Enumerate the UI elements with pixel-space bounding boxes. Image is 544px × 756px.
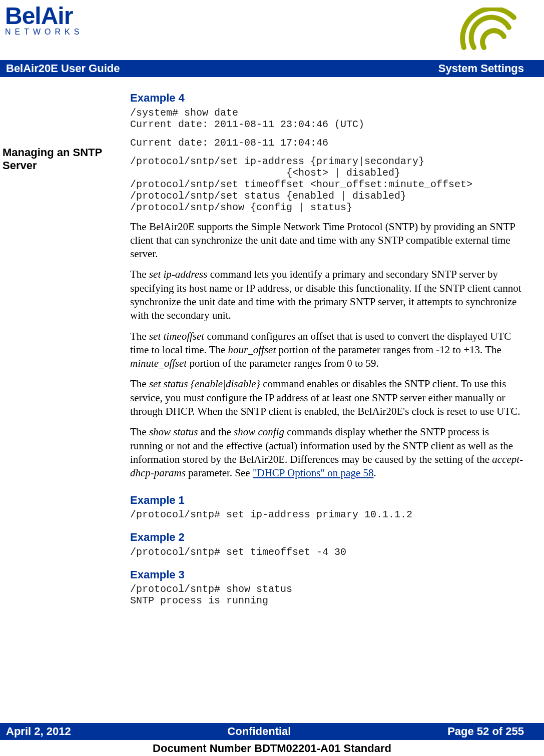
para-set-status: The set status {enable|disable} command … — [130, 377, 524, 418]
footer-page: Page 52 of 255 — [447, 725, 524, 738]
header: BelAir NETWORKS — [0, 0, 544, 53]
title-bar: BelAir20E User Guide System Settings — [0, 60, 544, 77]
example-2-heading: Example 2 — [130, 530, 524, 544]
para-show-status: The show status and the show config comm… — [130, 425, 524, 480]
left-column: Managing an SNTP Server — [0, 87, 130, 606]
arc-logo-icon — [454, 8, 524, 53]
right-column: Example 4 /system# show date Current dat… — [130, 87, 524, 606]
sntp-syntax: /protocol/sntp/set ip-address {primary|s… — [130, 156, 524, 213]
belair-logo: BelAir NETWORKS — [5, 5, 103, 50]
logo-text-top: BelAir — [5, 5, 103, 27]
footer-bar: April 2, 2012 Confidential Page 52 of 25… — [0, 723, 544, 740]
example-1-heading: Example 1 — [130, 493, 524, 507]
para-intro: The BelAir20E supports the Simple Networ… — [130, 220, 524, 261]
guide-title: BelAir20E User Guide — [6, 62, 120, 75]
footer-confidential: Confidential — [227, 725, 291, 738]
example-3-code: /protocol/sntp# show status SNTP process… — [130, 583, 524, 606]
para-set-timeoffset: The set timeoffset command configures an… — [130, 330, 524, 371]
para-set-ip: The set ip-address command lets you iden… — [130, 268, 524, 322]
example-3-heading: Example 3 — [130, 568, 524, 582]
content-area: Managing an SNTP Server Example 4 /syste… — [0, 77, 544, 606]
dhcp-options-link[interactable]: "DHCP Options" on page 58 — [253, 467, 374, 479]
example-4-code1: /system# show date Current date: 2011-08… — [130, 107, 524, 130]
example-1-code: /protocol/sntp# set ip-address primary 1… — [130, 509, 524, 520]
logo-text-bottom: NETWORKS — [5, 28, 103, 37]
example-4-code2: Current date: 2011-08-11 17:04:46 — [130, 137, 524, 149]
example-4-heading: Example 4 — [130, 91, 524, 105]
side-heading: Managing an SNTP Server — [3, 146, 123, 173]
section-title: System Settings — [438, 62, 524, 75]
document-number: Document Number BDTM02201-A01 Standard — [0, 742, 544, 755]
example-2-code: /protocol/sntp# set timeoffset -4 30 — [130, 546, 524, 558]
footer-date: April 2, 2012 — [6, 725, 71, 738]
